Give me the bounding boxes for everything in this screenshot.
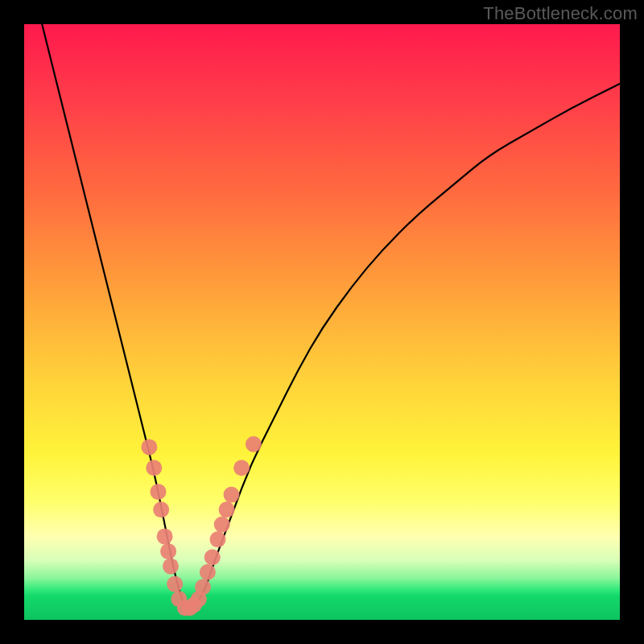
chart-frame bbox=[24, 24, 620, 620]
watermark-text: TheBottleneck.com bbox=[483, 3, 638, 24]
chart-background-gradient bbox=[24, 24, 620, 620]
